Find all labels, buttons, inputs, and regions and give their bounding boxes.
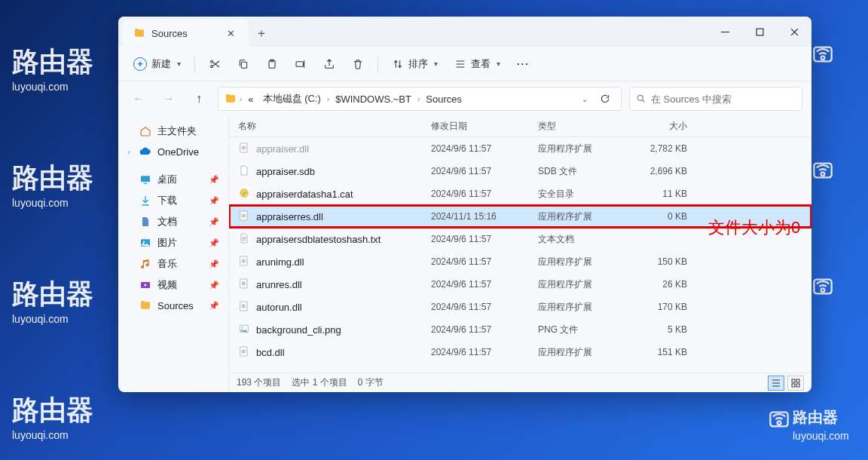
- refresh-button[interactable]: [595, 89, 615, 109]
- file-date: 2024/9/6 11:57: [431, 347, 538, 357]
- view-details-button[interactable]: [768, 376, 784, 391]
- wm-text: 路由器: [12, 44, 93, 81]
- table-row[interactable]: background_cli.png2024/9/6 11:57PNG 文件5 …: [229, 318, 811, 341]
- file-icon: [238, 142, 250, 156]
- nav-desktop[interactable]: 桌面📌: [121, 169, 225, 190]
- file-icon: [238, 255, 250, 269]
- nav-onedrive[interactable]: ›OneDrive: [121, 142, 225, 161]
- toolbar: + 新建 ▾ 排序 ▾ 查看 ▾ ···: [118, 47, 811, 81]
- nav-pictures[interactable]: 图片📌: [121, 232, 225, 253]
- tab-sources[interactable]: Sources ✕: [123, 20, 249, 47]
- cut-button[interactable]: [203, 55, 227, 73]
- file-icon: [238, 323, 250, 337]
- breadcrumb-seg2[interactable]: Sources: [423, 92, 465, 106]
- svg-point-35: [243, 305, 244, 306]
- col-date[interactable]: 修改日期: [431, 120, 538, 133]
- cloud-icon: [139, 146, 151, 158]
- col-size[interactable]: 大小: [628, 120, 687, 133]
- file-name: arunres.dll: [256, 279, 302, 290]
- svg-point-4: [821, 288, 825, 292]
- more-button[interactable]: ···: [511, 55, 536, 72]
- file-date: 2024/11/1 15:16: [431, 211, 538, 222]
- pin-icon: 📌: [209, 175, 219, 185]
- forward-button[interactable]: →: [157, 87, 180, 110]
- svg-point-2: [821, 172, 825, 176]
- share-button[interactable]: [317, 55, 341, 73]
- breadcrumb-root[interactable]: 本地磁盘 (C:): [260, 90, 324, 107]
- table-row[interactable]: bcd.dll2024/9/6 11:57应用程序扩展151 KB: [229, 341, 811, 363]
- file-type: PNG 文件: [538, 324, 628, 336]
- copy-button[interactable]: [231, 55, 255, 73]
- breadcrumb-seg1[interactable]: $WINDOWS.~BT: [332, 92, 414, 106]
- table-row[interactable]: arunres.dll2024/9/6 11:57应用程序扩展26 KB: [229, 273, 811, 296]
- nav-sources[interactable]: Sources📌: [121, 296, 225, 315]
- nav-videos[interactable]: 视频📌: [121, 274, 225, 296]
- chevron-down-icon: ▾: [177, 60, 181, 68]
- rename-icon: [295, 58, 307, 70]
- svg-rect-7: [770, 412, 787, 426]
- col-name[interactable]: 名称: [238, 120, 431, 133]
- scissors-icon: [209, 58, 221, 70]
- nav-downloads[interactable]: 下载📌: [121, 190, 225, 211]
- navigation-pane: 主文件夹 ›OneDrive 桌面📌 下载📌 文档📌 图片📌 音乐📌 视频📌 S…: [118, 116, 229, 392]
- sort-button[interactable]: 排序 ▾: [386, 54, 444, 74]
- file-type: 应用程序扩展: [538, 346, 628, 359]
- view-icon: [454, 58, 466, 70]
- svg-rect-41: [792, 379, 795, 382]
- column-headers[interactable]: 名称 修改日期 类型 大小: [229, 116, 811, 137]
- table-row[interactable]: appraiser.sdb2024/9/6 11:57SDB 文件2,696 K…: [229, 160, 811, 182]
- new-tab-button[interactable]: ＋: [249, 20, 274, 47]
- music-icon: [139, 258, 151, 270]
- search-icon: [636, 94, 646, 104]
- pin-icon: 📌: [209, 196, 219, 206]
- tab-close-icon[interactable]: ✕: [224, 25, 238, 42]
- nav-home[interactable]: 主文件夹: [121, 121, 225, 142]
- status-bar: 193 个项目 选中 1 个项目 0 字节: [229, 373, 811, 392]
- file-date: 2024/9/6 11:57: [431, 302, 538, 312]
- view-thumbnails-button[interactable]: [787, 376, 804, 391]
- pin-icon: 📌: [209, 281, 219, 290]
- breadcrumb[interactable]: › « 本地磁盘 (C:) › $WINDOWS.~BT › Sources ⌄: [218, 87, 622, 111]
- folder-icon: [133, 27, 145, 39]
- address-bar: ← → ↑ › « 本地磁盘 (C:) › $WINDOWS.~BT › Sou…: [118, 81, 811, 116]
- file-date: 2024/9/6 11:57: [431, 143, 538, 154]
- search-input[interactable]: [651, 94, 796, 105]
- delete-button[interactable]: [346, 55, 370, 73]
- svg-point-9: [211, 60, 213, 63]
- file-name: bcd.dll: [256, 347, 285, 358]
- status-selected: 选中 1 个项目: [292, 376, 347, 389]
- breadcrumb-prefix[interactable]: «: [245, 92, 256, 106]
- titlebar: Sources ✕ ＋: [118, 17, 811, 47]
- wm-sub: luyouqi.com: [12, 81, 93, 93]
- trash-icon: [352, 58, 364, 70]
- search-box[interactable]: [629, 87, 802, 111]
- file-name: appraiserdatasha1.cat: [256, 189, 353, 200]
- close-button[interactable]: [777, 17, 811, 47]
- paste-button[interactable]: [260, 55, 284, 73]
- clipboard-icon: [266, 58, 278, 70]
- file-icon: [238, 345, 250, 360]
- nav-documents[interactable]: 文档📌: [121, 211, 225, 232]
- new-button[interactable]: + 新建 ▾: [127, 54, 187, 74]
- breadcrumb-dropdown[interactable]: ⌄: [574, 89, 594, 109]
- back-button[interactable]: ←: [127, 87, 150, 110]
- table-row[interactable]: arunimg.dll2024/9/6 11:57应用程序扩展150 KB: [229, 250, 811, 273]
- minimize-button[interactable]: [708, 17, 742, 47]
- table-row[interactable]: appraiserdatasha1.cat2024/9/6 11:57安全目录1…: [229, 182, 811, 205]
- maximize-button[interactable]: [742, 17, 777, 47]
- svg-point-37: [242, 327, 243, 328]
- file-date: 2024/9/6 11:57: [431, 234, 538, 244]
- svg-rect-5: [814, 280, 831, 294]
- file-name: appraiser.dll: [256, 143, 309, 155]
- view-button[interactable]: 查看 ▾: [448, 54, 506, 74]
- svg-rect-8: [756, 29, 763, 35]
- rename-button[interactable]: [289, 55, 313, 73]
- download-icon: [139, 195, 151, 207]
- svg-rect-42: [796, 379, 799, 382]
- up-button[interactable]: ↑: [188, 87, 210, 110]
- nav-music[interactable]: 音乐📌: [121, 253, 225, 274]
- file-icon: [238, 187, 250, 201]
- table-row[interactable]: autorun.dll2024/9/6 11:57应用程序扩展170 KB: [229, 296, 811, 318]
- col-type[interactable]: 类型: [538, 120, 628, 133]
- table-row[interactable]: appraiser.dll2024/9/6 11:57应用程序扩展2,782 K…: [229, 137, 811, 160]
